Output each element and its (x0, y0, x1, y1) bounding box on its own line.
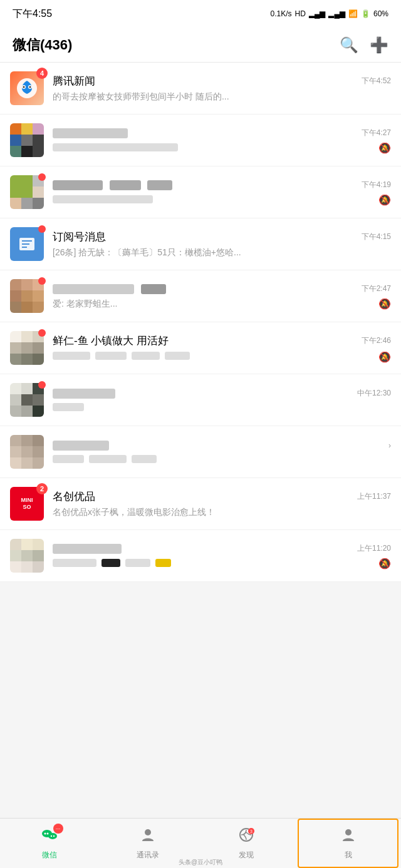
chat-bottom-6: 🔕 (53, 351, 391, 363)
chat-content-miniso: 名创优品 上午11:37 名创优品x张子枫，温暖微电影治愈上线！ (53, 489, 391, 518)
status-time: 下午4:55 (13, 8, 52, 21)
chat-top-5: 下午2:47 (53, 282, 391, 295)
chat-item-8[interactable]: › (0, 426, 401, 478)
chat-preview-miniso: 名创优品x张子枫，温暖微电影治愈上线！ (53, 507, 391, 518)
svg-point-15 (145, 829, 151, 835)
chat-preview-5: 爱: 老家野蛆生... (53, 299, 373, 310)
chat-bottom-5: 爱: 老家野蛆生... 🔕 (53, 298, 391, 310)
chat-name-10 (53, 542, 122, 554)
chat-time: 下午4:52 (362, 76, 391, 86)
chat-item-6[interactable]: 鲜仁-鱼 小镇做大 用活好 下午2:46 🔕 (0, 322, 401, 374)
chat-item-7[interactable]: 中午12:30 (0, 374, 401, 426)
svg-text:3: 3 (250, 829, 253, 834)
chat-content-8: › (53, 439, 391, 465)
mute-icon: 🔕 (378, 142, 391, 154)
avatar-mosaic7 (10, 539, 44, 573)
chat-bottom-sub: [26条] 拾无缺：〔薅羊毛〕51只：橄榄油+悠哈... (53, 247, 391, 258)
header-actions: 🔍 ➕ (340, 36, 388, 54)
tab-discover[interactable]: 3 发现 (197, 819, 295, 868)
unread-dot (38, 173, 46, 181)
wechat-tab-label: 微信 (42, 850, 57, 860)
chat-item-3[interactable]: 下午4:19 🔕 (0, 166, 401, 218)
chat-top-6: 鲜仁-鱼 小镇做大 用活好 下午2:46 (53, 334, 391, 348)
chat-bottom-10: 🔕 (53, 558, 391, 569)
avatar-mosaic3 (10, 279, 44, 313)
chat-item-10[interactable]: 上午11:20 🔕 (0, 530, 401, 582)
status-bar: 下午4:55 0.1K/s HD ▂▄▆ ▂▄▆ 📶 🔋 60% (0, 0, 401, 28)
search-button[interactable]: 🔍 (340, 36, 358, 54)
chat-name-sub: 订阅号消息 (53, 230, 106, 244)
avatar-wrap-6 (10, 331, 44, 365)
header: 微信(436) 🔍 ➕ (0, 28, 401, 63)
chat-content-10: 上午11:20 🔕 (53, 542, 391, 569)
chat-bottom-3: 🔕 (53, 194, 391, 206)
chat-bottom-8 (53, 455, 391, 465)
mute-icon-3: 🔕 (378, 194, 391, 206)
tab-bar: ··· 微信 通讯录 3 发现 (0, 818, 401, 868)
chat-bottom-7 (53, 403, 391, 413)
discover-tab-icon: 3 (237, 826, 255, 848)
chat-time-sub: 下午4:15 (362, 232, 391, 242)
chat-preview-sub: [26条] 拾无缺：〔薅羊毛〕51只：橄榄油+悠哈... (53, 247, 391, 258)
chat-item-5[interactable]: 下午2:47 爱: 老家野蛆生... 🔕 (0, 270, 401, 322)
chat-item-2[interactable]: 下午4:27 🔕 (0, 115, 401, 166)
chat-time-6: 下午2:46 (362, 335, 391, 346)
chat-name-6: 鲜仁-鱼 小镇做大 用活好 (53, 334, 169, 348)
chat-top-10: 上午11:20 (53, 542, 391, 554)
discover-tab-label: 发现 (239, 850, 254, 860)
avatar-wrap-miniso: MINI SO 2 (10, 487, 44, 521)
contacts-tab-label: 通讯录 (137, 850, 159, 860)
wechat-tab-icon: ··· (41, 826, 58, 848)
tab-wechat[interactable]: ··· 微信 (0, 819, 98, 868)
me-tab-label: 我 (345, 850, 352, 860)
avatar-mosaic6 (10, 435, 44, 469)
network-speed: 0.1K/s (271, 9, 292, 18)
dot-7 (38, 381, 46, 389)
avatar-wrap-7 (10, 383, 44, 417)
chat-time-10: 上午11:20 (357, 543, 391, 554)
chat-item-subscription[interactable]: 订阅号消息 下午4:15 [26条] 拾无缺：〔薅羊毛〕51只：橄榄油+悠哈..… (0, 218, 401, 270)
signal-icon: ▂▄▆ (309, 9, 326, 18)
chat-list[interactable]: 4 腾讯新闻 下午4:52 的哥去按摩被女技师带到包间半小时 随后的... (0, 63, 401, 818)
avatar-mosaic1 (10, 123, 44, 157)
chat-content-5: 下午2:47 爱: 老家野蛆生... 🔕 (53, 282, 391, 310)
chat-time-5: 下午2:47 (362, 283, 391, 294)
svg-point-12 (48, 833, 57, 839)
avatar-wrap-sub (10, 227, 44, 261)
chat-preview-7 (53, 403, 391, 413)
chat-preview: 的哥去按摩被女技师带到包间半小时 随后的... (53, 91, 391, 103)
chat-bottom: 的哥去按摩被女技师带到包间半小时 随后的... (53, 91, 391, 103)
mute-icon-5: 🔕 (378, 298, 391, 310)
chat-item-tencent-news[interactable]: 4 腾讯新闻 下午4:52 的哥去按摩被女技师带到包间半小时 随后的... (0, 63, 401, 115)
miniso-badge: 2 (36, 483, 48, 494)
chat-name-8 (53, 439, 109, 452)
chat-preview-3 (53, 195, 373, 205)
battery-level: 60% (373, 9, 388, 18)
svg-point-19 (345, 829, 352, 835)
signal-icon-2: ▂▄▆ (328, 9, 345, 18)
avatar-wrap-10 (10, 539, 44, 573)
wechat-tab-badge: ··· (53, 824, 63, 834)
chat-time-3: 下午4:19 (362, 180, 391, 190)
chat-top-sub: 订阅号消息 下午4:15 (53, 230, 391, 244)
tab-contacts[interactable]: 通讯录 (98, 819, 197, 868)
mute-icon-6: 🔕 (378, 351, 391, 363)
tab-me[interactable]: 我 (298, 819, 398, 868)
svg-point-11 (46, 833, 48, 835)
add-button[interactable]: ➕ (370, 36, 388, 54)
chat-bottom-miniso: 名创优品x张子枫，温暖微电影治愈上线！ (53, 507, 391, 518)
chat-top-3: 下午4:19 (53, 178, 391, 191)
chat-content-6: 鲜仁-鱼 小镇做大 用活好 下午2:46 🔕 (53, 334, 391, 363)
chat-item-miniso[interactable]: MINI SO 2 名创优品 上午11:37 名创优品x张子枫，温暖微电影治愈上… (0, 478, 401, 530)
wifi-icon: 📶 (348, 9, 358, 18)
avatar-wrap (10, 123, 44, 157)
chat-name-miniso: 名创优品 (53, 489, 95, 504)
chat-content: 腾讯新闻 下午4:52 的哥去按摩被女技师带到包间半小时 随后的... (53, 74, 391, 103)
avatar-mosaic4 (10, 331, 44, 365)
chat-time-7: 中午12:30 (357, 388, 391, 399)
chat-time-miniso: 上午11:37 (357, 491, 391, 502)
svg-point-14 (53, 835, 54, 837)
chat-top: 腾讯新闻 下午4:52 (53, 74, 391, 88)
chat-name-2 (53, 126, 128, 139)
chat-time-2: 下午4:27 (362, 128, 391, 138)
